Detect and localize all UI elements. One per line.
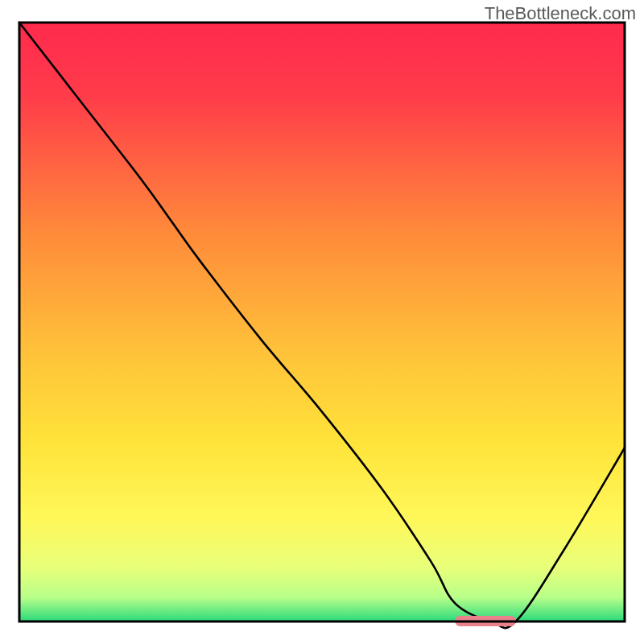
watermark-label: TheBottleneck.com xyxy=(485,3,636,24)
chart-frame: TheBottleneck.com xyxy=(0,0,644,644)
plot-background xyxy=(19,23,625,621)
bottleneck-chart xyxy=(0,0,644,644)
